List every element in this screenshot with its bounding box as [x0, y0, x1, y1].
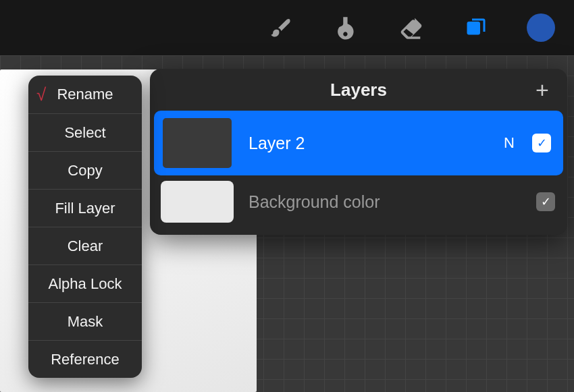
brush-icon[interactable]	[267, 13, 296, 42]
layers-icon[interactable]	[462, 13, 490, 42]
ctx-item-label: Fill Layer	[55, 200, 115, 217]
ctx-item-fill-layer[interactable]: Fill Layer	[28, 189, 142, 227]
ctx-item-label: Rename	[57, 86, 113, 103]
ctx-item-select[interactable]: Select	[28, 113, 142, 151]
visibility-checkbox[interactable]: ✓	[536, 192, 555, 211]
visibility-checkbox[interactable]: ✓	[532, 134, 551, 152]
top-toolbar	[0, 0, 574, 55]
layer-name-label: Layer 2	[249, 134, 486, 153]
svg-rect-0	[467, 22, 481, 35]
ctx-item-label: Select	[64, 124, 105, 142]
ctx-item-label: Copy	[68, 162, 102, 179]
add-layer-button[interactable]: +	[532, 80, 552, 100]
smudge-icon[interactable]	[332, 13, 361, 42]
layers-panel: Layers + Layer 2 N ✓ Background color ✓	[150, 69, 567, 235]
layer-thumbnail[interactable]	[161, 116, 234, 170]
ctx-item-mask[interactable]: Mask	[28, 302, 142, 340]
ctx-item-rename[interactable]: √ Rename	[28, 76, 142, 113]
ctx-item-reference[interactable]: Reference	[28, 340, 142, 378]
layers-header: Layers +	[150, 69, 567, 111]
ctx-item-clear[interactable]: Clear	[28, 227, 142, 264]
eraser-icon[interactable]	[397, 13, 425, 42]
ctx-item-label: Mask	[68, 313, 103, 331]
color-swatch[interactable]	[527, 13, 555, 42]
ctx-item-label: Alpha Lock	[49, 275, 122, 293]
ctx-item-alpha-lock[interactable]: Alpha Lock	[28, 264, 142, 302]
background-thumbnail[interactable]	[161, 181, 234, 223]
background-label: Background color	[249, 192, 521, 212]
ctx-item-label: Reference	[51, 351, 120, 368]
background-row[interactable]: Background color ✓	[150, 175, 567, 228]
ctx-item-copy[interactable]: Copy	[28, 151, 142, 189]
layers-title: Layers	[330, 80, 387, 101]
check-icon: √	[36, 84, 46, 105]
layer-context-menu: √ Rename Select Copy Fill Layer Clear Al…	[28, 76, 142, 378]
ctx-item-label: Clear	[68, 237, 103, 255]
blend-mode-indicator[interactable]: N	[501, 134, 517, 152]
layer-row[interactable]: Layer 2 N ✓	[154, 111, 563, 175]
